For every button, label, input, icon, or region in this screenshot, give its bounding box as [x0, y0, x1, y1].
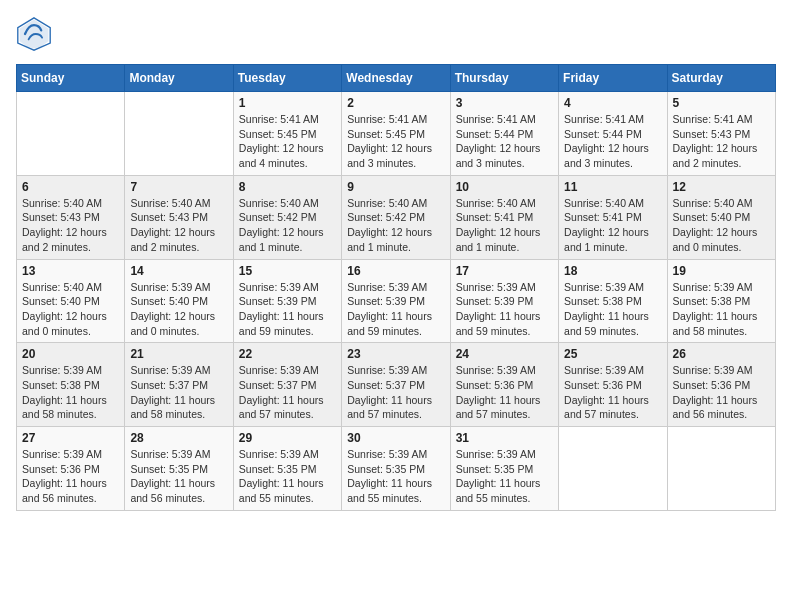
day-info: Sunrise: 5:39 AM Sunset: 5:36 PM Dayligh…	[22, 447, 119, 506]
day-info: Sunrise: 5:40 AM Sunset: 5:43 PM Dayligh…	[22, 196, 119, 255]
header-cell-friday: Friday	[559, 65, 667, 92]
day-info: Sunrise: 5:39 AM Sunset: 5:36 PM Dayligh…	[564, 363, 661, 422]
header-cell-saturday: Saturday	[667, 65, 775, 92]
day-cell: 16Sunrise: 5:39 AM Sunset: 5:39 PM Dayli…	[342, 259, 450, 343]
week-row-3: 13Sunrise: 5:40 AM Sunset: 5:40 PM Dayli…	[17, 259, 776, 343]
day-number: 4	[564, 96, 661, 110]
day-info: Sunrise: 5:39 AM Sunset: 5:37 PM Dayligh…	[239, 363, 336, 422]
day-number: 14	[130, 264, 227, 278]
day-number: 13	[22, 264, 119, 278]
day-cell: 12Sunrise: 5:40 AM Sunset: 5:40 PM Dayli…	[667, 175, 775, 259]
week-row-2: 6Sunrise: 5:40 AM Sunset: 5:43 PM Daylig…	[17, 175, 776, 259]
day-cell: 27Sunrise: 5:39 AM Sunset: 5:36 PM Dayli…	[17, 427, 125, 511]
day-number: 30	[347, 431, 444, 445]
day-cell: 1Sunrise: 5:41 AM Sunset: 5:45 PM Daylig…	[233, 92, 341, 176]
day-info: Sunrise: 5:40 AM Sunset: 5:42 PM Dayligh…	[347, 196, 444, 255]
day-cell: 24Sunrise: 5:39 AM Sunset: 5:36 PM Dayli…	[450, 343, 558, 427]
day-info: Sunrise: 5:40 AM Sunset: 5:40 PM Dayligh…	[22, 280, 119, 339]
day-cell: 7Sunrise: 5:40 AM Sunset: 5:43 PM Daylig…	[125, 175, 233, 259]
day-cell: 25Sunrise: 5:39 AM Sunset: 5:36 PM Dayli…	[559, 343, 667, 427]
day-info: Sunrise: 5:40 AM Sunset: 5:43 PM Dayligh…	[130, 196, 227, 255]
day-cell: 4Sunrise: 5:41 AM Sunset: 5:44 PM Daylig…	[559, 92, 667, 176]
day-cell: 2Sunrise: 5:41 AM Sunset: 5:45 PM Daylig…	[342, 92, 450, 176]
header-cell-monday: Monday	[125, 65, 233, 92]
day-cell: 11Sunrise: 5:40 AM Sunset: 5:41 PM Dayli…	[559, 175, 667, 259]
calendar-body: 1Sunrise: 5:41 AM Sunset: 5:45 PM Daylig…	[17, 92, 776, 511]
header-cell-tuesday: Tuesday	[233, 65, 341, 92]
day-cell: 22Sunrise: 5:39 AM Sunset: 5:37 PM Dayli…	[233, 343, 341, 427]
day-cell: 3Sunrise: 5:41 AM Sunset: 5:44 PM Daylig…	[450, 92, 558, 176]
day-info: Sunrise: 5:39 AM Sunset: 5:35 PM Dayligh…	[456, 447, 553, 506]
day-cell	[667, 427, 775, 511]
day-number: 22	[239, 347, 336, 361]
header-cell-wednesday: Wednesday	[342, 65, 450, 92]
day-number: 15	[239, 264, 336, 278]
day-number: 25	[564, 347, 661, 361]
day-cell: 23Sunrise: 5:39 AM Sunset: 5:37 PM Dayli…	[342, 343, 450, 427]
day-info: Sunrise: 5:40 AM Sunset: 5:40 PM Dayligh…	[673, 196, 770, 255]
day-cell: 14Sunrise: 5:39 AM Sunset: 5:40 PM Dayli…	[125, 259, 233, 343]
page-header	[16, 16, 776, 52]
day-number: 16	[347, 264, 444, 278]
day-cell: 8Sunrise: 5:40 AM Sunset: 5:42 PM Daylig…	[233, 175, 341, 259]
week-row-1: 1Sunrise: 5:41 AM Sunset: 5:45 PM Daylig…	[17, 92, 776, 176]
day-info: Sunrise: 5:39 AM Sunset: 5:36 PM Dayligh…	[456, 363, 553, 422]
header-row: SundayMondayTuesdayWednesdayThursdayFrid…	[17, 65, 776, 92]
day-cell	[125, 92, 233, 176]
day-cell: 26Sunrise: 5:39 AM Sunset: 5:36 PM Dayli…	[667, 343, 775, 427]
day-number: 8	[239, 180, 336, 194]
header-cell-thursday: Thursday	[450, 65, 558, 92]
week-row-5: 27Sunrise: 5:39 AM Sunset: 5:36 PM Dayli…	[17, 427, 776, 511]
day-cell: 19Sunrise: 5:39 AM Sunset: 5:38 PM Dayli…	[667, 259, 775, 343]
day-info: Sunrise: 5:39 AM Sunset: 5:35 PM Dayligh…	[347, 447, 444, 506]
day-info: Sunrise: 5:41 AM Sunset: 5:45 PM Dayligh…	[239, 112, 336, 171]
day-number: 26	[673, 347, 770, 361]
calendar-header: SundayMondayTuesdayWednesdayThursdayFrid…	[17, 65, 776, 92]
week-row-4: 20Sunrise: 5:39 AM Sunset: 5:38 PM Dayli…	[17, 343, 776, 427]
day-info: Sunrise: 5:39 AM Sunset: 5:37 PM Dayligh…	[130, 363, 227, 422]
day-info: Sunrise: 5:40 AM Sunset: 5:41 PM Dayligh…	[564, 196, 661, 255]
day-info: Sunrise: 5:41 AM Sunset: 5:43 PM Dayligh…	[673, 112, 770, 171]
day-cell: 17Sunrise: 5:39 AM Sunset: 5:39 PM Dayli…	[450, 259, 558, 343]
day-number: 29	[239, 431, 336, 445]
day-cell: 13Sunrise: 5:40 AM Sunset: 5:40 PM Dayli…	[17, 259, 125, 343]
day-number: 5	[673, 96, 770, 110]
day-info: Sunrise: 5:39 AM Sunset: 5:40 PM Dayligh…	[130, 280, 227, 339]
day-info: Sunrise: 5:39 AM Sunset: 5:36 PM Dayligh…	[673, 363, 770, 422]
day-number: 11	[564, 180, 661, 194]
day-number: 10	[456, 180, 553, 194]
day-cell: 9Sunrise: 5:40 AM Sunset: 5:42 PM Daylig…	[342, 175, 450, 259]
logo-icon	[16, 16, 52, 52]
day-info: Sunrise: 5:39 AM Sunset: 5:39 PM Dayligh…	[239, 280, 336, 339]
day-number: 3	[456, 96, 553, 110]
day-number: 21	[130, 347, 227, 361]
day-number: 27	[22, 431, 119, 445]
day-cell: 21Sunrise: 5:39 AM Sunset: 5:37 PM Dayli…	[125, 343, 233, 427]
day-info: Sunrise: 5:41 AM Sunset: 5:44 PM Dayligh…	[456, 112, 553, 171]
day-info: Sunrise: 5:40 AM Sunset: 5:42 PM Dayligh…	[239, 196, 336, 255]
day-cell	[17, 92, 125, 176]
day-info: Sunrise: 5:39 AM Sunset: 5:39 PM Dayligh…	[347, 280, 444, 339]
day-number: 24	[456, 347, 553, 361]
day-number: 6	[22, 180, 119, 194]
day-info: Sunrise: 5:40 AM Sunset: 5:41 PM Dayligh…	[456, 196, 553, 255]
day-info: Sunrise: 5:39 AM Sunset: 5:35 PM Dayligh…	[239, 447, 336, 506]
day-number: 9	[347, 180, 444, 194]
day-info: Sunrise: 5:39 AM Sunset: 5:38 PM Dayligh…	[22, 363, 119, 422]
day-cell: 6Sunrise: 5:40 AM Sunset: 5:43 PM Daylig…	[17, 175, 125, 259]
day-info: Sunrise: 5:39 AM Sunset: 5:38 PM Dayligh…	[673, 280, 770, 339]
header-cell-sunday: Sunday	[17, 65, 125, 92]
day-info: Sunrise: 5:39 AM Sunset: 5:38 PM Dayligh…	[564, 280, 661, 339]
day-number: 12	[673, 180, 770, 194]
day-number: 23	[347, 347, 444, 361]
day-number: 17	[456, 264, 553, 278]
day-cell: 31Sunrise: 5:39 AM Sunset: 5:35 PM Dayli…	[450, 427, 558, 511]
day-info: Sunrise: 5:41 AM Sunset: 5:44 PM Dayligh…	[564, 112, 661, 171]
day-cell: 30Sunrise: 5:39 AM Sunset: 5:35 PM Dayli…	[342, 427, 450, 511]
logo	[16, 16, 58, 52]
day-cell: 28Sunrise: 5:39 AM Sunset: 5:35 PM Dayli…	[125, 427, 233, 511]
day-number: 20	[22, 347, 119, 361]
day-info: Sunrise: 5:39 AM Sunset: 5:35 PM Dayligh…	[130, 447, 227, 506]
day-number: 7	[130, 180, 227, 194]
day-cell: 29Sunrise: 5:39 AM Sunset: 5:35 PM Dayli…	[233, 427, 341, 511]
